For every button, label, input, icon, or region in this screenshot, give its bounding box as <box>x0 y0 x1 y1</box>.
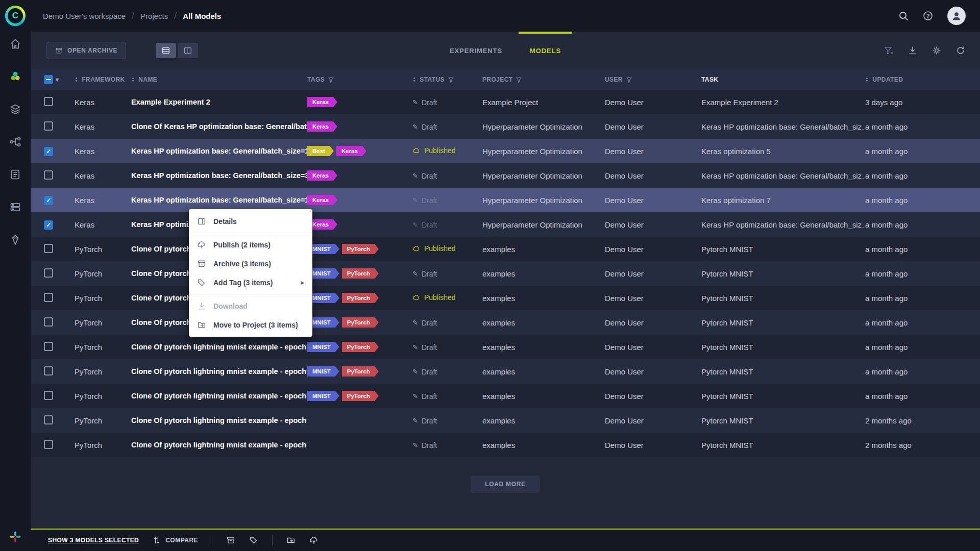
menu-item-archive-3-items[interactable]: Archive (3 items) <box>189 254 312 273</box>
column-header-status[interactable]: ▲▼ STATUS <box>412 76 482 83</box>
menu-item-move-to-project-3-items[interactable]: Move to Project (3 items) <box>189 315 312 334</box>
tag-mnist: MNIST <box>307 366 339 377</box>
row-checkbox[interactable]: ✓ <box>44 220 53 230</box>
sidebar-item-pipelines[interactable] <box>9 136 21 148</box>
avatar[interactable] <box>947 7 966 25</box>
cell-updated: a month ago <box>865 294 980 303</box>
load-more-button[interactable]: LOAD MORE <box>471 475 540 493</box>
status-draft: ✎Draft <box>412 123 437 131</box>
breadcrumb-item-demo-user-s-workspace[interactable]: Demo User's workspace <box>43 12 126 20</box>
row-checkbox[interactable] <box>44 244 53 253</box>
filter-funnel-icon[interactable] <box>448 77 454 83</box>
table-row[interactable]: PyTorch Clone Of pytorch lightning mnist… <box>31 286 980 310</box>
footer-actions-group-1 <box>226 536 258 545</box>
row-checkbox[interactable] <box>44 121 53 131</box>
column-header-name[interactable]: ▲▼ NAME <box>131 76 307 83</box>
tabs: EXPERIMENTSMODELS <box>438 32 572 69</box>
cell-framework: PyTorch <box>75 441 131 449</box>
tab-experiments[interactable]: EXPERIMENTS <box>438 32 513 69</box>
row-checkbox[interactable] <box>44 293 53 302</box>
sidebar-item-applications[interactable] <box>9 234 21 246</box>
table-row[interactable]: PyTorch Clone Of pytorch lightning mnist… <box>31 335 980 359</box>
table-row[interactable]: Keras Example Experiment 2 Keras ✎Draft … <box>31 90 980 114</box>
filter-funnel-icon[interactable] <box>328 77 334 83</box>
sidebar-item-slack[interactable] <box>9 531 21 543</box>
show-selected-link[interactable]: SHOW 3 MODELS SELECTED <box>48 537 139 544</box>
footer-tag-icon[interactable] <box>249 536 258 545</box>
footer-archive-icon[interactable] <box>226 536 235 545</box>
column-header-updated[interactable]: ▲▼ UPDATED <box>865 76 980 83</box>
row-checkbox[interactable] <box>44 342 53 351</box>
table-row[interactable]: PyTorch Clone Of pytorch lightning mnist… <box>31 433 980 457</box>
menu-item-add-tag-3-items[interactable]: Add Tag (3 items) ▸ <box>189 273 312 292</box>
table-row[interactable]: ✓ Keras Keras HP optimization base: Gene… <box>31 188 980 212</box>
settings-gear-icon[interactable] <box>932 45 942 56</box>
row-checkbox[interactable] <box>44 366 53 375</box>
table-row[interactable]: PyTorch Clone Of pytorch lightning mnist… <box>31 310 980 335</box>
row-checkbox[interactable] <box>44 415 53 424</box>
footer-move-icon[interactable] <box>286 536 296 545</box>
filter-funnel-icon[interactable] <box>516 77 522 83</box>
table-row[interactable]: PyTorch Clone Of pytorch lightning mnist… <box>31 384 980 408</box>
clear-filters-icon[interactable] <box>884 45 894 56</box>
cell-name: Clone Of pytorch lightning mnist example… <box>131 416 307 424</box>
table-row[interactable]: PyTorch Clone Of pytorch lightning mnist… <box>31 359 980 384</box>
row-checkbox[interactable] <box>44 268 53 278</box>
table-row[interactable]: Keras Clone Of Keras HP optimization bas… <box>31 114 980 139</box>
cell-user: Demo User <box>605 441 701 449</box>
menu-item-download[interactable]: Download <box>189 296 312 315</box>
cell-updated: a month ago <box>865 147 980 156</box>
search-icon[interactable] <box>898 11 909 21</box>
row-checkbox[interactable] <box>44 391 53 400</box>
cell-name: Clone Of pytorch lightning mnist example… <box>131 392 307 400</box>
menu-item-details[interactable]: Details <box>189 212 312 231</box>
sidebar-item-home[interactable] <box>9 38 21 50</box>
open-archive-button[interactable]: OPEN ARCHIVE <box>46 42 126 59</box>
select-all-checkbox[interactable] <box>44 75 53 84</box>
cell-project: examples <box>482 441 605 449</box>
filter-funnel-icon[interactable] <box>626 77 632 83</box>
column-header-tags[interactable]: TAGS <box>307 76 412 83</box>
column-header-project[interactable]: PROJECT <box>482 76 605 83</box>
table-row[interactable]: ✓ Keras Keras HP optimization base: Gene… <box>31 212 980 237</box>
draft-pencil-icon: ✎ <box>412 98 418 106</box>
table-row[interactable]: PyTorch Clone Of pytorch lightning mnist… <box>31 261 980 286</box>
sidebar-item-reports[interactable] <box>9 168 21 181</box>
menu-item-publish-2-items[interactable]: Publish (2 items) <box>189 235 312 254</box>
column-header-task[interactable]: TASK <box>701 76 865 83</box>
row-checkbox[interactable] <box>44 97 53 106</box>
table-row[interactable]: PyTorch Clone Of pytorch lightning mnist… <box>31 237 980 261</box>
details-icon <box>197 217 206 226</box>
column-header-user[interactable]: USER <box>605 76 701 83</box>
download-table-icon[interactable] <box>908 45 918 56</box>
help-icon[interactable]: ? <box>923 11 933 21</box>
column-header-framework[interactable]: ▲▼ FRAMEWORK <box>75 76 131 83</box>
status-draft: ✎Draft <box>412 172 437 180</box>
select-dropdown-icon[interactable]: ▾ <box>56 76 59 83</box>
pipelines-icon <box>9 136 21 148</box>
compare-button[interactable]: COMPARE <box>153 536 198 544</box>
row-checkbox[interactable]: ✓ <box>44 147 53 156</box>
sidebar-item-projects[interactable] <box>9 70 21 83</box>
sidebar: C <box>0 0 31 551</box>
tab-models[interactable]: MODELS <box>519 32 572 69</box>
breadcrumb-item-projects[interactable]: Projects <box>140 12 168 20</box>
row-checkbox[interactable] <box>44 170 53 180</box>
row-checkbox[interactable] <box>44 440 53 449</box>
footer-publish-icon[interactable] <box>309 536 318 545</box>
split-view-button[interactable] <box>178 43 198 58</box>
table-row[interactable]: ✓ Keras Keras HP optimization base: Gene… <box>31 139 980 163</box>
table-row[interactable]: PyTorch Clone Of pytorch lightning mnist… <box>31 408 980 433</box>
table-row[interactable]: Keras Keras HP optimization base: Genera… <box>31 163 980 188</box>
sidebar-item-datasets[interactable] <box>9 103 21 115</box>
table-view-button[interactable] <box>156 43 176 58</box>
row-checkbox[interactable]: ✓ <box>44 196 53 205</box>
cell-status: Published <box>412 293 482 303</box>
clearml-logo[interactable]: C <box>5 6 26 26</box>
status-draft: ✎Draft <box>412 270 437 278</box>
row-checkbox[interactable] <box>44 317 53 327</box>
svg-text:?: ? <box>926 13 930 19</box>
refresh-icon[interactable] <box>955 45 966 56</box>
download-icon <box>197 302 206 311</box>
sidebar-item-workers[interactable] <box>9 201 21 213</box>
